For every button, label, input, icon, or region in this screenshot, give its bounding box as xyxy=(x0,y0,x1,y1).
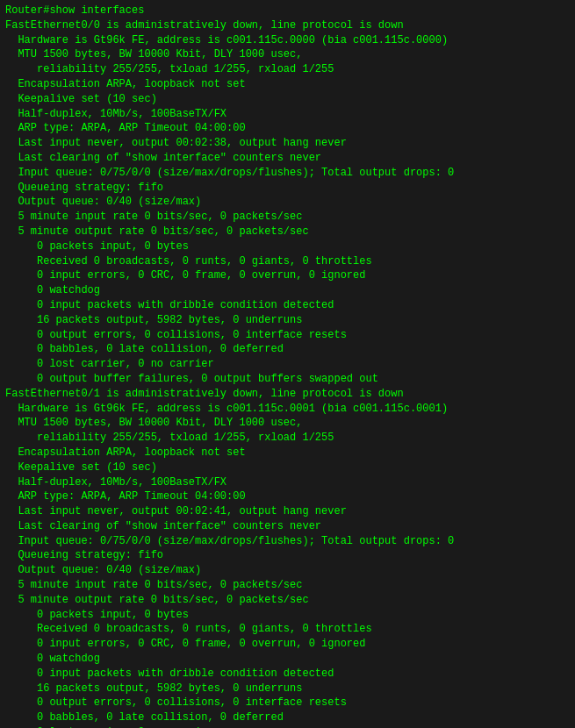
terminal-line: 0 output errors, 0 collisions, 0 interfa… xyxy=(5,328,570,343)
terminal-line: 5 minute output rate 0 bits/sec, 0 packe… xyxy=(5,225,570,239)
terminal-line: 0 lost carrier, 0 no carrier xyxy=(5,357,570,372)
terminal-line: 0 packets input, 0 bytes xyxy=(5,239,570,254)
terminal-line: Encapsulation ARPA, loopback not set xyxy=(5,446,570,460)
terminal-line: Keepalive set (10 sec) xyxy=(5,92,570,107)
terminal-line: MTU 1500 bytes, BW 10000 Kbit, DLY 1000 … xyxy=(5,47,570,62)
terminal-line: 0 output errors, 0 collisions, 0 interfa… xyxy=(5,696,570,710)
terminal-line: Last input never, output 00:02:41, outpu… xyxy=(5,504,570,519)
terminal-line: Half-duplex, 10Mb/s, 100BaseTX/FX xyxy=(5,475,570,490)
terminal-line: Last clearing of "show interface" counte… xyxy=(5,519,570,534)
terminal-line: Last clearing of "show interface" counte… xyxy=(5,151,570,166)
terminal-line: Keepalive set (10 sec) xyxy=(5,460,570,475)
terminal-line: MTU 1500 bytes, BW 10000 Kbit, DLY 1000 … xyxy=(5,416,570,431)
terminal-line: Last input never, output 00:02:38, outpu… xyxy=(5,136,570,151)
terminal-line: 16 packets output, 5982 bytes, 0 underru… xyxy=(5,682,570,696)
terminal-line: ARP type: ARPA, ARP Timeout 04:00:00 xyxy=(5,121,570,136)
terminal-line: reliability 255/255, txload 1/255, rxloa… xyxy=(5,431,570,446)
terminal-line: 16 packets output, 5982 bytes, 0 underru… xyxy=(5,313,570,328)
terminal-line: Output queue: 0/40 (size/max) xyxy=(5,195,570,210)
terminal-line: 5 minute output rate 0 bits/sec, 0 packe… xyxy=(5,593,570,608)
terminal-line: Hardware is Gt96k FE, address is c001.11… xyxy=(5,33,570,48)
terminal-line: Half-duplex, 10Mb/s, 100BaseTX/FX xyxy=(5,107,570,122)
terminal-line: 0 babbles, 0 late collision, 0 deferred xyxy=(5,710,570,725)
terminal-line: 0 watchdog xyxy=(5,652,570,667)
terminal-line: 0 input errors, 0 CRC, 0 frame, 0 overru… xyxy=(5,637,570,652)
terminal-line: Encapsulation ARPA, loopback not set xyxy=(5,77,570,92)
terminal-line: FastEthernet0/0 is administratively down… xyxy=(5,18,570,33)
terminal-line: Received 0 broadcasts, 0 runts, 0 giants… xyxy=(5,622,570,637)
terminal-line: Input queue: 0/75/0/0 (size/max/drops/fl… xyxy=(5,534,570,549)
terminal-line: Input queue: 0/75/0/0 (size/max/drops/fl… xyxy=(5,166,570,181)
terminal-output: FastEthernet0/0 is administratively down… xyxy=(5,18,570,728)
terminal-line: 0 input errors, 0 CRC, 0 frame, 0 overru… xyxy=(5,268,570,283)
terminal-line: 5 minute input rate 0 bits/sec, 0 packet… xyxy=(5,210,570,225)
terminal-line: 0 watchdog xyxy=(5,283,570,298)
terminal-line: 0 packets input, 0 bytes xyxy=(5,608,570,623)
terminal-line: ARP type: ARPA, ARP Timeout 04:00:00 xyxy=(5,489,570,504)
terminal-line: 5 minute input rate 0 bits/sec, 0 packet… xyxy=(5,578,570,593)
terminal-line: reliability 255/255, txload 1/255, rxloa… xyxy=(5,62,570,77)
terminal-line: 0 babbles, 0 late collision, 0 deferred xyxy=(5,342,570,357)
terminal-line: FastEthernet0/1 is administratively down… xyxy=(5,387,570,402)
terminal-line: Queueing strategy: fifo xyxy=(5,548,570,563)
terminal-line: 0 input packets with dribble condition d… xyxy=(5,298,570,313)
terminal-line: 0 input packets with dribble condition d… xyxy=(5,667,570,682)
terminal-line: 0 output buffer failures, 0 output buffe… xyxy=(5,372,570,387)
terminal-line: Received 0 broadcasts, 0 runts, 0 giants… xyxy=(5,254,570,269)
command-line: Router#show interfaces xyxy=(5,4,570,18)
terminal-line: Queueing strategy: fifo xyxy=(5,181,570,196)
terminal-window: Router#show interfaces FastEthernet0/0 i… xyxy=(5,4,570,728)
terminal-line: Hardware is Gt96k FE, address is c001.11… xyxy=(5,402,570,417)
terminal-line: Output queue: 0/40 (size/max) xyxy=(5,563,570,578)
